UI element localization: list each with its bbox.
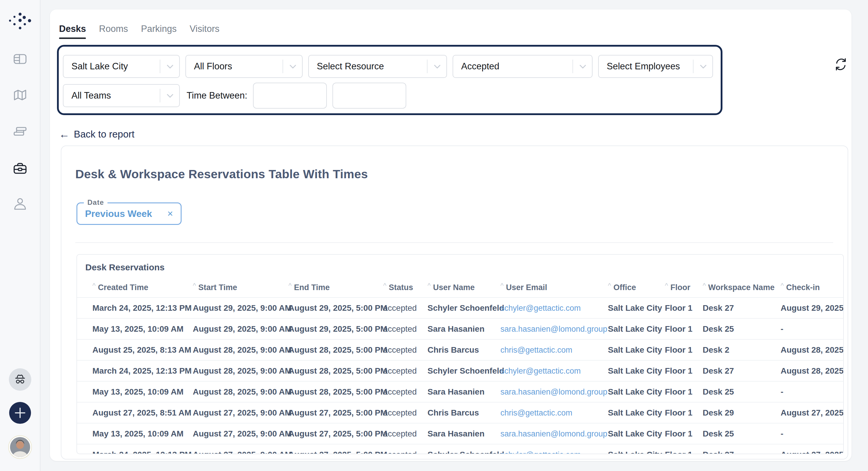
cell-end-time: August 28, 2025, 5:00 PM [288,345,383,355]
cell-office: Salt Lake City [608,303,665,313]
teams-select-value: All Teams [71,90,111,101]
column-header-end-time[interactable]: ^End Time [288,283,383,292]
sidebar-item-desks[interactable] [13,125,27,138]
incognito-mode-button[interactable] [9,368,31,391]
user-email-link[interactable]: schyler@gettactic.com [500,450,581,454]
cell-status: accepted [383,408,428,417]
employees-select-value: Select Employees [607,61,680,72]
time-to-input[interactable] [333,83,406,108]
sidebar-item-workspaces[interactable] [13,162,27,175]
user-email-link[interactable]: sara.hasanien@lomond.group [500,387,607,396]
back-to-report-link[interactable]: ← Back to report [59,129,134,140]
chevron-down-icon [290,65,296,68]
cell-created-time: May 13, 2025, 10:09 AM [92,387,193,397]
refresh-button[interactable] [834,58,847,71]
column-label: User Name [433,283,475,292]
cell-user-name: Chris Barcus [428,345,500,355]
column-header-status[interactable]: ^Status [383,283,428,292]
column-header-user-email[interactable]: ^User Email [500,283,608,292]
cell-created-time: March 24, 2025, 12:13 PM [92,303,193,313]
cell-end-time: August 27, 2025, 5:00 PM [288,429,383,439]
date-filter-chip[interactable]: Date Previous Week × [76,202,182,225]
floors-select-value: All Floors [194,61,232,72]
tab-desks[interactable]: Desks [59,24,86,39]
cell-start-time: August 28, 2025, 9:00 AM [193,387,288,397]
add-button[interactable] [9,402,31,424]
tab-rooms[interactable]: Rooms [99,24,128,39]
time-from-input[interactable] [253,83,327,108]
column-label: User Email [506,283,547,292]
cell-check-in: August 28, 2025, 9: [781,366,844,376]
user-email-link[interactable]: sara.hasanien@lomond.group [500,429,607,438]
cell-workspace-name: Desk 29 [703,408,781,417]
location-select[interactable]: Salt Lake City [63,55,180,78]
cell-end-time: August 29, 2025, 5:00 PM [288,324,383,334]
tab-parkings[interactable]: Parkings [141,24,177,39]
cell-floor: Floor 1 [665,345,703,355]
cell-check-in: - [781,324,844,334]
cell-floor: Floor 1 [665,303,703,313]
report-card: Desk & Workspace Reservations Table With… [61,146,848,460]
cell-created-time: May 13, 2025, 10:09 AM [92,324,193,334]
column-header-start-time[interactable]: ^Start Time [193,283,288,292]
cell-floor: Floor 1 [665,450,703,454]
cell-office: Salt Lake City [608,429,665,439]
cell-workspace-name: Desk 27 [703,450,781,454]
user-email-link[interactable]: sara.hasanien@lomond.group [500,325,607,334]
incognito-icon [13,374,27,385]
employees-select[interactable]: Select Employees [598,55,713,78]
user-email-link[interactable]: schyler@gettactic.com [500,304,581,313]
cell-check-in: August 29, 2025, 9: [781,303,844,313]
column-header-office[interactable]: ^Office [608,283,665,292]
user-email-link[interactable]: chris@gettactic.com [500,346,572,354]
cell-start-time: August 27, 2025, 9:00 AM [193,450,288,454]
sidebar-item-dashboard[interactable] [13,53,27,65]
teams-select[interactable]: All Teams [63,84,180,107]
user-email-link[interactable]: schyler@gettactic.com [500,367,581,375]
plus-icon [14,407,26,419]
cell-floor: Floor 1 [665,429,703,439]
sort-caret-icon: ^ [428,282,431,290]
cell-start-time: August 27, 2025, 9:00 AM [193,408,288,417]
sidebar-item-people[interactable] [13,197,27,211]
cell-start-time: August 28, 2025, 9:00 AM [193,345,288,355]
cell-status: accepted [383,387,428,397]
close-icon[interactable]: × [167,208,173,219]
resource-select[interactable]: Select Resource [308,55,447,78]
table-row: May 13, 2025, 10:09 AM August 27, 2025, … [77,423,844,444]
cell-user-name: Schyler Schoenfeld [428,450,500,454]
column-header-user-name[interactable]: ^User Name [428,283,500,292]
user-email-link[interactable]: chris@gettactic.com [500,408,572,417]
filter-panel: Salt Lake City All Floors Select Resourc… [57,45,722,115]
column-header-check-in[interactable]: ^Check-in [781,283,844,292]
select-divider [693,60,693,73]
column-label: End Time [294,283,330,292]
cell-workspace-name: Desk 27 [703,303,781,313]
sort-caret-icon: ^ [500,282,504,290]
column-header-created-time[interactable]: ^Created Time [92,283,193,292]
cell-floor: Floor 1 [665,387,703,397]
floors-select[interactable]: All Floors [185,55,303,78]
status-select[interactable]: Accepted [453,55,593,78]
cell-check-in: August 28, 2025, 8: [781,345,844,355]
column-header-floor[interactable]: ^Floor [665,283,703,292]
user-avatar[interactable] [10,437,30,457]
select-divider [572,60,573,73]
back-to-report-label: Back to report [74,129,134,140]
cell-office: Salt Lake City [608,324,665,334]
tab-visitors[interactable]: Visitors [190,24,219,39]
column-header-workspace-name[interactable]: ^Workspace Name [703,283,781,292]
cell-office: Salt Lake City [608,408,665,417]
sort-caret-icon: ^ [383,282,386,290]
cell-status: accepted [383,450,428,454]
cell-user-name: Sara Hasanien [428,387,500,397]
date-filter-label: Date [84,198,107,207]
column-label: Start Time [198,283,237,292]
sort-caret-icon: ^ [781,282,784,290]
cell-check-in: - [781,429,844,439]
sidebar-item-maps[interactable] [13,89,27,101]
map-icon [13,89,27,101]
resource-tabs: Desks Rooms Parkings Visitors [59,24,219,39]
chevron-down-icon [167,94,173,98]
cell-user-name: Schyler Schoenfeld [428,366,500,376]
